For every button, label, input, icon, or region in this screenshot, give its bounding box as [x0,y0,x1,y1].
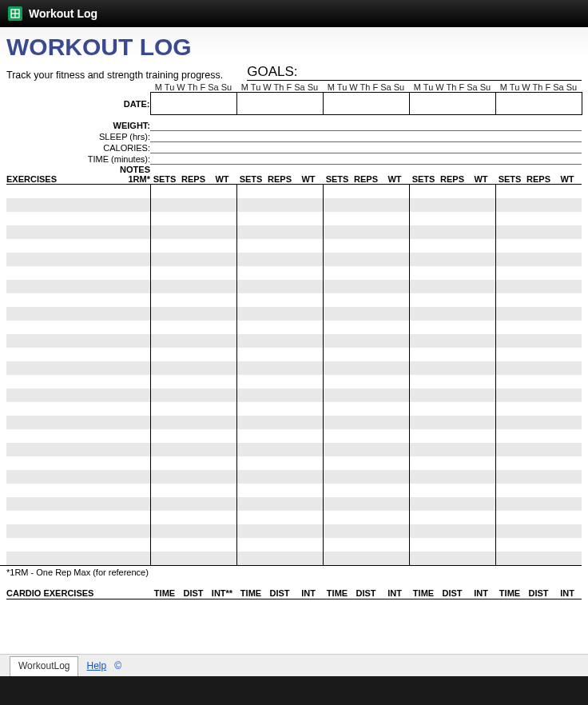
exercise-cell[interactable] [495,334,524,348]
exercise-cell[interactable] [150,212,179,225]
exercise-cell[interactable] [236,321,265,334]
exercise-cell[interactable] [467,212,495,225]
exercise-cell[interactable] [524,524,553,538]
date-cell[interactable] [236,93,323,115]
exercise-cell[interactable] [323,470,352,484]
exercise-cell[interactable] [6,443,110,456]
exercise-cell[interactable] [150,538,179,552]
exercise-cell[interactable] [236,239,265,253]
exercise-cell[interactable] [409,348,438,361]
exercise-cell[interactable] [438,198,467,212]
exercise-cell[interactable] [495,484,524,497]
exercise-cell[interactable] [236,198,265,212]
exercise-cell[interactable] [352,266,380,280]
exercise-cell[interactable] [438,361,467,375]
exercise-cell[interactable] [323,361,352,375]
exercise-cell[interactable] [6,416,110,429]
exercise-cell[interactable] [110,198,150,212]
exercise-cell[interactable] [179,429,208,443]
exercise-cell[interactable] [208,334,236,348]
exercise-cell[interactable] [409,225,438,239]
exercise-cell[interactable] [294,402,323,416]
exercise-cell[interactable] [6,402,110,416]
exercise-cell[interactable] [438,280,467,293]
exercise-cell[interactable] [553,253,582,266]
exercise-cell[interactable] [6,524,110,538]
exercise-cell[interactable] [179,185,208,198]
exercise-cell[interactable] [294,511,323,524]
exercise-cell[interactable] [495,198,524,212]
exercise-cell[interactable] [179,361,208,375]
exercise-cell[interactable] [553,361,582,375]
exercise-cell[interactable] [150,497,179,511]
exercise-cell[interactable] [380,253,409,266]
exercise-cell[interactable] [208,280,236,293]
exercise-cell[interactable] [495,293,524,307]
exercise-cell[interactable] [323,429,352,443]
exercise-cell[interactable] [6,552,110,565]
exercise-cell[interactable] [380,524,409,538]
exercise-cell[interactable] [265,443,294,456]
exercise-cell[interactable] [380,280,409,293]
exercise-cell[interactable] [495,524,524,538]
exercise-cell[interactable] [6,470,110,484]
exercise-cell[interactable] [438,416,467,429]
exercise-cell[interactable] [265,416,294,429]
exercise-cell[interactable] [179,497,208,511]
exercise-cell[interactable] [380,321,409,334]
exercise-cell[interactable] [380,470,409,484]
exercise-cell[interactable] [179,456,208,470]
exercise-cell[interactable] [467,375,495,388]
exercise-cell[interactable] [495,307,524,321]
exercise-cell[interactable] [438,375,467,388]
exercise-cell[interactable] [6,212,110,225]
exercise-cell[interactable] [524,239,553,253]
exercise-cell[interactable] [208,307,236,321]
exercise-cell[interactable] [150,416,179,429]
exercise-cell[interactable] [323,280,352,293]
exercise-cell[interactable] [265,388,294,402]
exercise-cell[interactable] [438,429,467,443]
exercise-cell[interactable] [236,484,265,497]
exercise-cell[interactable] [265,361,294,375]
exercise-cell[interactable] [236,334,265,348]
exercise-cell[interactable] [380,348,409,361]
exercise-cell[interactable] [6,429,110,443]
exercise-cell[interactable] [110,538,150,552]
exercise-cell[interactable] [265,212,294,225]
exercise-cell[interactable] [438,388,467,402]
exercise-cell[interactable] [323,266,352,280]
exercise-cell[interactable] [524,484,553,497]
exercise-cell[interactable] [6,456,110,470]
exercise-cell[interactable] [553,334,582,348]
exercise-cell[interactable] [323,321,352,334]
exercise-cell[interactable] [438,293,467,307]
exercise-cell[interactable] [265,511,294,524]
exercise-cell[interactable] [495,456,524,470]
exercise-cell[interactable] [208,388,236,402]
exercise-cell[interactable] [294,470,323,484]
exercise-cell[interactable] [265,225,294,239]
exercise-cell[interactable] [352,280,380,293]
exercise-cell[interactable] [110,511,150,524]
exercise-cell[interactable] [110,497,150,511]
exercise-cell[interactable] [265,334,294,348]
exercise-cell[interactable] [236,443,265,456]
exercise-cell[interactable] [323,253,352,266]
exercise-cell[interactable] [409,416,438,429]
exercise-cell[interactable] [409,456,438,470]
exercise-cell[interactable] [352,293,380,307]
exercise-cell[interactable] [524,511,553,524]
exercise-cell[interactable] [438,456,467,470]
exercise-cell[interactable] [294,524,323,538]
exercise-cell[interactable] [524,225,553,239]
exercise-cell[interactable] [236,552,265,565]
exercise-cell[interactable] [438,239,467,253]
exercise-cell[interactable] [495,225,524,239]
exercise-cell[interactable] [179,416,208,429]
exercise-cell[interactable] [409,212,438,225]
exercise-cell[interactable] [179,307,208,321]
exercise-cell[interactable] [352,524,380,538]
exercise-cell[interactable] [208,402,236,416]
exercise-cell[interactable] [179,280,208,293]
